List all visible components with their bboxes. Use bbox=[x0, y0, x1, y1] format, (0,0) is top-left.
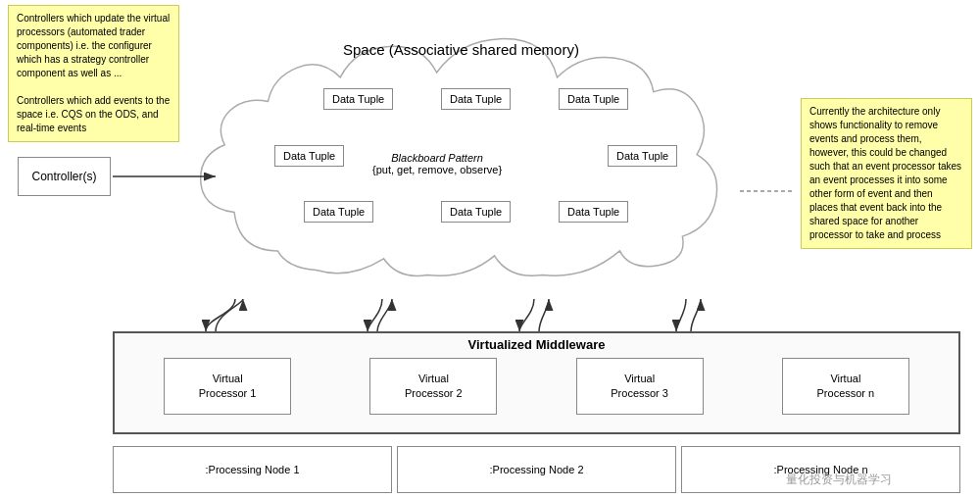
data-tuple-3: Data Tuple bbox=[559, 88, 628, 110]
left-note-text: Controllers which update the virtual pro… bbox=[17, 13, 170, 133]
controller-label: Controller(s) bbox=[31, 170, 96, 183]
pn-box-2: :Processing Node 2 bbox=[397, 446, 676, 493]
controller-box: Controller(s) bbox=[18, 157, 111, 196]
data-tuple-4: Data Tuple bbox=[274, 145, 344, 167]
data-tuple-1: Data Tuple bbox=[323, 88, 393, 110]
blackboard-label: Blackboard Pattern {put, get, remove, ob… bbox=[372, 152, 502, 175]
blackboard-ops: {put, get, remove, observe} bbox=[372, 164, 502, 175]
watermark: 量化投资与机器学习 bbox=[786, 472, 892, 488]
right-note-text: Currently the architecture only shows fu… bbox=[809, 106, 961, 240]
data-tuple-2: Data Tuple bbox=[441, 88, 511, 110]
vp-box-2: VirtualProcessor 2 bbox=[369, 358, 497, 415]
diagram-container: Controllers which update the virtual pro… bbox=[0, 0, 980, 498]
blackboard-name: Blackboard Pattern bbox=[372, 152, 502, 164]
vp-box-1: VirtualProcessor 1 bbox=[164, 358, 291, 415]
cloud-title: Space (Associative shared memory) bbox=[343, 41, 579, 58]
data-tuple-8: Data Tuple bbox=[559, 201, 628, 223]
left-sticky-note: Controllers which update the virtual pro… bbox=[8, 5, 179, 142]
pn-box-1: :Processing Node 1 bbox=[113, 446, 392, 493]
vp-box-n: VirtualProcessor n bbox=[782, 358, 909, 415]
middleware-section: Virtualized Middleware VirtualProcessor … bbox=[113, 331, 960, 434]
data-tuple-6: Data Tuple bbox=[304, 201, 373, 223]
data-tuple-5: Data Tuple bbox=[608, 145, 677, 167]
vp-box-3: VirtualProcessor 3 bbox=[576, 358, 704, 415]
data-tuple-7: Data Tuple bbox=[441, 201, 511, 223]
right-sticky-note: Currently the architecture only shows fu… bbox=[801, 98, 972, 249]
vp-container: VirtualProcessor 1 VirtualProcessor 2 Vi… bbox=[115, 358, 958, 415]
middleware-title: Virtualized Middleware bbox=[115, 333, 958, 352]
